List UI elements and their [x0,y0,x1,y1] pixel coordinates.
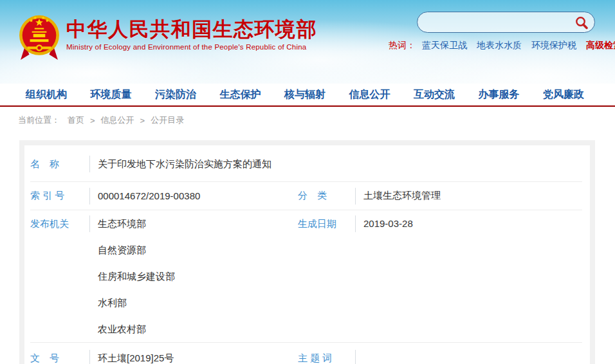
row-issuer-date: 发布机关 生态环境部 自然资源部 住房和城乡建设部 水利部 农业农村部 生成日期… [24,210,590,342]
vertical-divider [355,188,356,205]
hotword-link-surface-water[interactable]: 地表水水质 [477,40,522,51]
vertical-divider [89,215,90,232]
hotword-link-env-tax[interactable]: 环境保护税 [531,40,576,51]
document-detail-card: 名 称 关于印发地下水污染防治实施方案的通知 索 引 号 000014672/2… [24,145,590,364]
site-title: 中华人民共和国生态环境部 [66,18,317,41]
nav-item-info-disclosure[interactable]: 信息公开 [349,88,390,102]
nav-item-organization[interactable]: 组织机构 [26,88,67,102]
search-box [417,12,595,33]
breadcrumb-link-home[interactable]: 首页 [68,114,84,126]
nav-item-services[interactable]: 办事服务 [479,88,520,102]
vertical-divider [355,350,356,364]
issuing-agency-item: 生态环境部 [98,210,298,237]
issuing-agency-item: 水利部 [98,289,298,316]
nav-item-eco-protection[interactable]: 生态保护 [220,88,261,102]
search-button[interactable] [569,12,594,32]
category-label: 分 类 [298,190,335,202]
search-input[interactable] [418,12,569,32]
breadcrumb-separator: > [140,116,145,125]
nav-item-interaction[interactable]: 互动交流 [414,88,455,102]
site-title-block: 中华人民共和国生态环境部 Ministry of Ecology and Env… [66,18,317,51]
nav-item-nuclear-radiation[interactable]: 核与辐射 [284,88,326,102]
document-number-label: 文 号 [30,352,72,364]
issuing-agency-item: 住房和城乡建设部 [98,263,298,289]
advanced-search-link[interactable]: 高级检索 [586,40,615,51]
breadcrumb-link-info-disclosure[interactable]: 信息公开 [101,114,134,126]
hotword-link-blue-sky[interactable]: 蓝天保卫战 [422,40,467,51]
hotwords-bar: 热词： 蓝天保卫战 地表水水质 环境保护税 高级检索 [389,40,601,51]
vertical-divider [89,350,90,364]
main-nav: 组织机构 环境质量 污染防治 生态保护 核与辐射 信息公开 互动交流 办事服务 … [0,84,615,105]
issue-date-label: 生成日期 [298,210,335,237]
nav-item-party-conduct[interactable]: 党风廉政 [543,88,584,102]
nav-item-env-quality[interactable]: 环境质量 [91,88,132,102]
breadcrumb-label: 当前位置： [18,114,60,126]
vertical-divider [89,188,90,205]
site-subtitle: Ministry of Ecology and Environment of t… [66,43,317,51]
index-number-label: 索 引 号 [30,190,72,202]
name-label: 名 称 [30,158,72,170]
hotwords-label: 热词： [389,40,416,51]
issue-date-value: 2019-03-28 [363,210,413,237]
breadcrumb-separator: > [90,116,95,125]
row-docnum-subject: 文 号 环土壤[2019]25号 主 题 词 [24,343,590,364]
issuing-agency-item: 自然资源部 [98,237,298,263]
document-number-value: 环土壤[2019]25号 [98,352,298,364]
site-header: 中华人民共和国生态环境部 Ministry of Ecology and Env… [0,0,615,84]
issuing-agency-item: 农业农村部 [98,316,298,342]
search-icon [574,15,589,30]
vertical-divider [89,156,90,172]
row-name: 名 称 关于印发地下水污染防治实施方案的通知 [24,147,590,181]
content-frame: 名 称 关于印发地下水污染防治实施方案的通知 索 引 号 000014672/2… [19,140,595,364]
index-number-value: 000014672/2019-00380 [98,190,298,201]
issuing-agency-list: 生态环境部 自然资源部 住房和城乡建设部 水利部 农业农村部 [98,210,298,342]
vertical-divider [355,215,356,232]
issuing-agency-label: 发布机关 [30,210,72,237]
breadcrumb: 当前位置： 首页 > 信息公开 > 公开目录 [0,107,615,134]
category-value: 土壤生态环境管理 [363,190,441,202]
nav-item-pollution-control[interactable]: 污染防治 [155,88,196,102]
breadcrumb-link-public-directory[interactable]: 公开目录 [151,114,184,126]
national-emblem-logo [19,12,60,66]
name-value: 关于印发地下水污染防治实施方案的通知 [98,158,271,170]
row-index-category: 索 引 号 000014672/2019-00380 分 类 土壤生态环境管理 [24,182,590,210]
subject-words-label: 主 题 词 [298,352,335,364]
